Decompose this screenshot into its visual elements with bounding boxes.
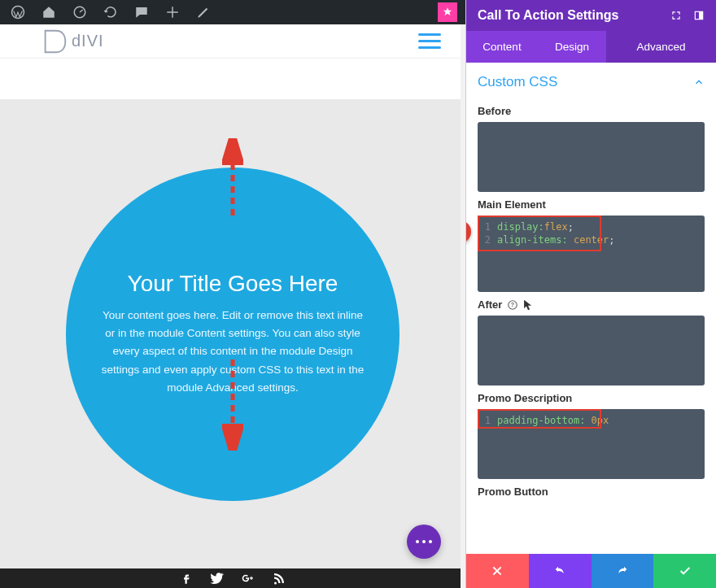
facebook-icon[interactable] bbox=[179, 571, 194, 586]
css-promo-description[interactable]: 1padding-bottom: 0px bbox=[478, 409, 705, 479]
rss-icon[interactable] bbox=[272, 571, 286, 586]
label-before: Before bbox=[478, 105, 705, 117]
panel-action-bar bbox=[466, 554, 716, 588]
divi-logo: dIVI bbox=[39, 26, 104, 57]
label-after: After ? bbox=[478, 298, 705, 311]
menu-toggle[interactable] bbox=[418, 33, 441, 49]
snap-icon[interactable] bbox=[693, 10, 705, 21]
floating-action-button[interactable] bbox=[407, 525, 441, 559]
panel-body: Custom CSS Before Main Element 1 1displa… bbox=[466, 63, 716, 554]
comment-icon[interactable] bbox=[133, 4, 150, 20]
tab-design[interactable]: Design bbox=[538, 31, 606, 63]
logo-text: dIVI bbox=[72, 32, 104, 50]
undo-button[interactable] bbox=[529, 554, 592, 588]
dashboard-icon[interactable] bbox=[72, 4, 88, 20]
twitter-icon[interactable] bbox=[210, 571, 225, 586]
cta-title: Your Title Goes Here bbox=[128, 271, 338, 297]
refresh-icon[interactable] bbox=[103, 4, 119, 20]
google-plus-icon[interactable] bbox=[241, 571, 255, 586]
css-before[interactable] bbox=[478, 122, 705, 192]
tab-content[interactable]: Content bbox=[466, 31, 538, 63]
save-button[interactable] bbox=[653, 554, 716, 588]
section-custom-css[interactable]: Custom CSS bbox=[478, 63, 705, 98]
label-main: Main Element bbox=[478, 198, 705, 211]
cancel-button[interactable] bbox=[466, 554, 529, 588]
css-main-element[interactable]: 1display:flex; 2align-items: center; bbox=[478, 216, 705, 292]
star-badge[interactable] bbox=[438, 2, 457, 22]
help-icon[interactable]: ? bbox=[507, 299, 518, 311]
annotation-step-1: 1 bbox=[466, 220, 471, 243]
pencil-icon[interactable] bbox=[195, 4, 212, 20]
redo-button[interactable] bbox=[592, 554, 654, 588]
plus-icon[interactable] bbox=[164, 4, 181, 20]
footer-social bbox=[0, 568, 465, 588]
panel-header: Call To Action Settings bbox=[466, 0, 716, 31]
preview-canvas: Your Title Goes Here Your content goes h… bbox=[0, 99, 465, 568]
cta-body: Your content goes here. Edit or remove t… bbox=[98, 307, 367, 397]
cursor-icon bbox=[523, 299, 533, 311]
cta-circle[interactable]: Your Title Goes Here Your content goes h… bbox=[66, 168, 399, 501]
panel-tabs: Content Design Advanced bbox=[466, 31, 716, 63]
panel-title: Call To Action Settings bbox=[478, 8, 618, 23]
chevron-up-icon bbox=[693, 76, 705, 88]
site-header: dIVI bbox=[0, 24, 465, 59]
svg-text:?: ? bbox=[511, 302, 514, 307]
home-icon[interactable] bbox=[41, 4, 57, 20]
tab-advanced[interactable]: Advanced bbox=[606, 31, 716, 63]
css-after[interactable] bbox=[478, 316, 705, 385]
expand-icon[interactable] bbox=[670, 10, 682, 21]
wordpress-icon[interactable] bbox=[10, 4, 26, 20]
svg-rect-5 bbox=[699, 11, 703, 19]
label-promo-button: Promo Button bbox=[478, 486, 705, 498]
label-promo-desc: Promo Description bbox=[478, 392, 705, 404]
wp-admin-bar bbox=[0, 0, 465, 24]
section-title: Custom CSS bbox=[478, 74, 557, 90]
